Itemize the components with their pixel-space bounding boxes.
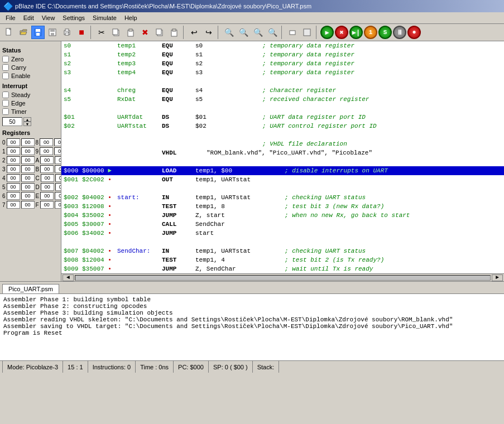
code-line-s4[interactable]: s4 chreg EQU s4 ; character register	[61, 86, 504, 95]
code-line-007[interactable]: $007 $04002 • SendChar: IN temp1, UARTst…	[61, 247, 504, 256]
console-area[interactable]: Assembler Phase 1: building symbol table…	[0, 293, 504, 360]
reg-0-hi[interactable]	[21, 138, 35, 146]
reg-2-lo[interactable]	[7, 156, 20, 164]
paste2-button[interactable]	[167, 26, 181, 39]
reg-0-lo[interactable]	[7, 138, 20, 146]
open-button[interactable]	[17, 26, 30, 39]
code-line-uartstat[interactable]: $02 UARTstat DS $02 ; UART control regis…	[61, 122, 504, 131]
code-line-s0[interactable]: s0 temp1 EQU s0 ; temporary data registe…	[61, 41, 504, 50]
reg-Eb[interactable]	[55, 192, 61, 200]
code-line-s1[interactable]: s1 temp2 EQU s1 ; temporary data registe…	[61, 50, 504, 59]
code-line-s5[interactable]: s5 RxDat EQU s5 ; received character reg…	[61, 95, 504, 104]
print2-button[interactable]	[286, 26, 299, 39]
reg-B[interactable]	[40, 165, 54, 173]
reset-button[interactable]: S	[378, 26, 392, 39]
tab-pico-uart[interactable]: Pico_UART.psm	[2, 284, 59, 293]
undo-button[interactable]: ↩	[188, 26, 201, 39]
menu-edit[interactable]: Edit	[20, 13, 37, 22]
run-button[interactable]: ▶	[320, 26, 334, 39]
reg-Ab[interactable]	[55, 156, 61, 164]
reg-4-hi[interactable]	[21, 174, 35, 182]
terminate-button[interactable]: ●	[407, 26, 421, 39]
enable-checkbox[interactable]	[2, 73, 9, 79]
copy2-button[interactable]	[153, 26, 166, 39]
reg-7-lo[interactable]	[7, 201, 20, 209]
code-line-006[interactable]: $006 $34002 • JUMP start	[61, 229, 504, 238]
save-button[interactable]	[31, 26, 45, 39]
reg-E[interactable]	[40, 192, 54, 200]
search3-button[interactable]: 🔍	[251, 26, 265, 39]
reg-1-lo[interactable]	[7, 147, 20, 155]
reg-5-hi[interactable]	[21, 183, 35, 191]
step-button[interactable]: ▶|	[349, 26, 363, 39]
code-line-s2[interactable]: s2 temp3 EQU s2 ; temporary data registe…	[61, 59, 504, 68]
menu-simulate[interactable]: Simulate	[89, 13, 120, 22]
reg-2-hi[interactable]	[21, 156, 35, 164]
reg-6-hi[interactable]	[21, 192, 35, 200]
reg-Fb[interactable]	[55, 201, 61, 209]
code-line-s3[interactable]: s3 temp4 EQU s3 ; temporary data registe…	[61, 68, 504, 77]
reg-5-lo[interactable]	[7, 183, 20, 191]
h-scrollbar[interactable]: ◄ ►	[61, 273, 504, 281]
step-count-button[interactable]: 1	[364, 26, 377, 39]
scroll-right[interactable]: ►	[492, 274, 503, 281]
code-line-000[interactable]: $000 $00000 ► LOAD temp1, $00 ; disable …	[61, 166, 504, 175]
stop-sim-button[interactable]: ✖	[335, 26, 348, 39]
carry-checkbox[interactable]	[2, 64, 9, 71]
export-button[interactable]	[300, 26, 314, 39]
timer-checkbox[interactable]	[2, 108, 9, 115]
menu-file[interactable]: File	[2, 13, 19, 22]
new-button[interactable]	[2, 26, 16, 39]
reg-3-lo[interactable]	[7, 165, 20, 173]
search2-button[interactable]: 🔍	[237, 26, 250, 39]
redo-button[interactable]: ↪	[202, 26, 215, 39]
code-line-003[interactable]: $003 $12008 • TEST temp1, 8 ; test bit 3…	[61, 202, 504, 211]
code-line-001[interactable]: $001 $2C002 • OUT temp1, UARTstat	[61, 175, 504, 184]
steady-checkbox[interactable]	[2, 91, 9, 98]
copy-button[interactable]	[109, 26, 123, 39]
code-line-008[interactable]: $008 $12004 • TEST temp1, 4 ; test bit 2…	[61, 256, 504, 264]
spinner-input[interactable]	[2, 117, 22, 126]
menu-view[interactable]: View	[39, 13, 59, 22]
reg-D[interactable]	[41, 183, 54, 191]
menu-settings[interactable]: Settings	[59, 13, 88, 22]
paste-button[interactable]	[124, 26, 137, 39]
code-line-009[interactable]: $009 $35007 • JUMP Z, SendChar ; wait un…	[61, 264, 504, 273]
pause-button[interactable]: ⏸	[393, 26, 406, 39]
cut-button[interactable]: ✂	[95, 26, 108, 39]
search1-button[interactable]: 🔍	[222, 26, 236, 39]
search4-button[interactable]: 🔍	[266, 26, 279, 39]
spinner-down[interactable]: ▼	[23, 122, 31, 126]
reg-8b[interactable]	[54, 138, 61, 146]
stop-button[interactable]: ■	[75, 26, 88, 39]
code-line-002[interactable]: $002 $04002 • start: IN temp1, UARTstat …	[61, 193, 504, 202]
reg-7-hi[interactable]	[21, 201, 35, 209]
code-line-005[interactable]: $005 $30007 • CALL SendChar	[61, 220, 504, 229]
edge-checkbox[interactable]	[2, 100, 9, 107]
reg-8[interactable]	[40, 138, 53, 146]
reg-C[interactable]	[41, 174, 54, 182]
code-scroll[interactable]: s0 temp1 EQU s0 ; temporary data registe…	[61, 41, 504, 273]
reg-Cb[interactable]	[55, 174, 61, 182]
reg-Db[interactable]	[55, 183, 61, 191]
reg-1-hi[interactable]	[21, 147, 35, 155]
reg-9[interactable]	[40, 147, 53, 155]
scroll-track[interactable]	[75, 275, 491, 281]
delete-button[interactable]: ✖	[138, 26, 152, 39]
print-button[interactable]	[60, 26, 74, 39]
reg-Bb[interactable]	[55, 165, 61, 173]
scroll-left[interactable]: ◄	[63, 274, 74, 281]
save-as-button[interactable]	[46, 26, 59, 39]
menu-help[interactable]: Help	[121, 13, 141, 22]
reg-A[interactable]	[40, 156, 54, 164]
reg-9b[interactable]	[54, 147, 61, 155]
reg-3-hi[interactable]	[21, 165, 35, 173]
code-line-vhdl[interactable]: VHDL "ROM_blank.vhd", "Pico_UART.vhd", "…	[61, 148, 504, 157]
code-line-004[interactable]: $004 $35002 • JUMP Z, start ; when no ne…	[61, 211, 504, 220]
spinner-up[interactable]: ▲	[23, 117, 31, 122]
zero-checkbox[interactable]	[2, 56, 9, 62]
reg-4-lo[interactable]	[7, 174, 20, 182]
reg-F[interactable]	[40, 201, 54, 209]
code-line-uartdat[interactable]: $01 UARTdat DS $01 ; UART data register …	[61, 113, 504, 122]
reg-6-lo[interactable]	[7, 192, 20, 200]
